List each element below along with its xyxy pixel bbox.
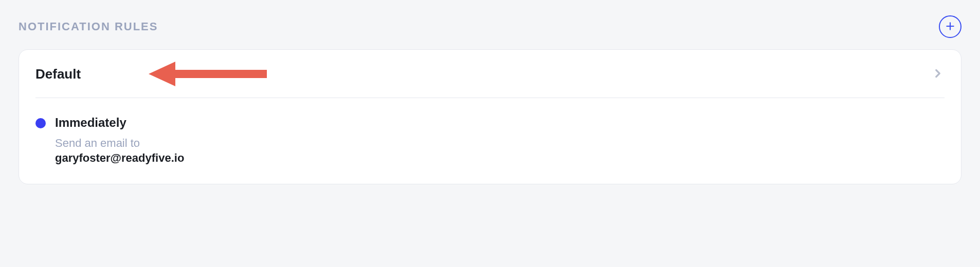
annotation-arrow: [149, 59, 267, 89]
step-action: Send an email to garyfoster@readyfive.io: [55, 136, 184, 165]
rule-step: Immediately Send an email to garyfoster@…: [35, 116, 945, 165]
step-action-label: Send an email to: [55, 137, 140, 149]
step-timing: Immediately: [55, 116, 184, 130]
plus-icon: [945, 21, 955, 33]
svg-marker-2: [149, 62, 267, 86]
step-bullet-icon: [35, 118, 46, 128]
chevron-right-icon: [931, 67, 945, 82]
rule-header-row[interactable]: Default: [35, 50, 945, 98]
rule-name: Default: [35, 66, 81, 82]
rule-body: Immediately Send an email to garyfoster@…: [35, 98, 945, 165]
notification-rule-card: Default Immediately Send an email to gar…: [19, 49, 961, 184]
section-title: NOTIFICATION RULES: [19, 20, 158, 33]
step-action-value: garyfoster@readyfive.io: [55, 151, 184, 164]
add-rule-button[interactable]: [939, 15, 961, 38]
step-text: Immediately Send an email to garyfoster@…: [55, 116, 184, 165]
section-header: NOTIFICATION RULES: [19, 15, 961, 38]
